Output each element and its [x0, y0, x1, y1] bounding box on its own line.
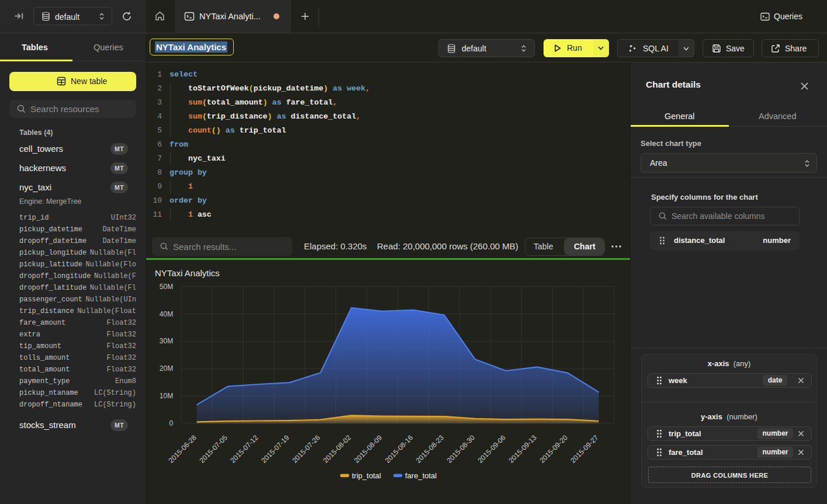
svg-text:2015-08-30: 2015-08-30 — [445, 433, 477, 465]
svg-text:30M: 30M — [160, 337, 173, 345]
svg-text:2015-09-20: 2015-09-20 — [538, 433, 569, 465]
svg-text:2015-07-26: 2015-07-26 — [290, 433, 322, 465]
svg-text:2015-07-12: 2015-07-12 — [229, 433, 260, 465]
svg-text:2015-08-09: 2015-08-09 — [352, 433, 384, 465]
svg-text:2015-08-23: 2015-08-23 — [414, 433, 446, 465]
svg-text:2015-07-19: 2015-07-19 — [259, 433, 291, 465]
svg-text:2015-09-06: 2015-09-06 — [476, 433, 508, 465]
svg-text:20M: 20M — [160, 364, 173, 373]
svg-text:50M: 50M — [160, 283, 173, 291]
svg-text:2015-08-02: 2015-08-02 — [321, 433, 353, 465]
svg-text:2015-09-13: 2015-09-13 — [507, 433, 539, 465]
svg-text:trip_total: trip_total — [352, 471, 381, 480]
svg-text:10M: 10M — [160, 392, 173, 400]
svg-text:2015-06-28: 2015-06-28 — [167, 433, 199, 465]
svg-text:2015-09-27: 2015-09-27 — [569, 433, 600, 465]
svg-text:2015-07-05: 2015-07-05 — [198, 433, 229, 465]
svg-text:fare_total: fare_total — [405, 471, 437, 480]
svg-text:0: 0 — [169, 419, 174, 427]
svg-text:40M: 40M — [160, 310, 173, 318]
svg-text:2015-08-16: 2015-08-16 — [383, 433, 415, 465]
